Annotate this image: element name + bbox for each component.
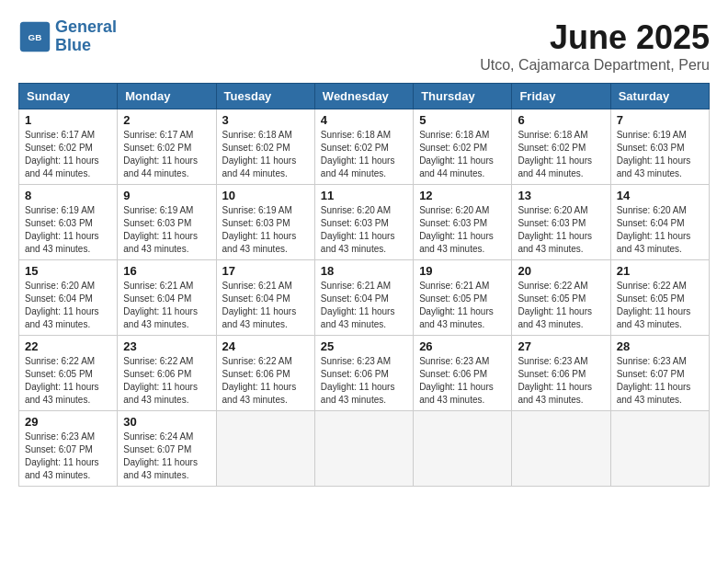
logo-general: General [55, 17, 117, 36]
col-saturday: Saturday [610, 84, 709, 109]
table-row: 1Sunrise: 6:17 AM Sunset: 6:02 PM Daylig… [19, 109, 118, 185]
day-number: 5 [419, 113, 506, 127]
col-tuesday: Tuesday [216, 84, 314, 109]
day-info: Sunrise: 6:22 AM Sunset: 6:06 PM Dayligh… [123, 355, 210, 407]
day-info: Sunrise: 6:20 AM Sunset: 6:03 PM Dayligh… [419, 204, 506, 256]
day-info: Sunrise: 6:22 AM Sunset: 6:05 PM Dayligh… [617, 280, 703, 331]
day-info: Sunrise: 6:23 AM Sunset: 6:07 PM Dayligh… [25, 431, 111, 482]
table-row: 12Sunrise: 6:20 AM Sunset: 6:03 PM Dayli… [414, 185, 512, 260]
day-info: Sunrise: 6:22 AM Sunset: 6:06 PM Dayligh… [222, 355, 309, 407]
calendar-header-row: Sunday Monday Tuesday Wednesday Thursday… [19, 84, 710, 109]
table-row: 28Sunrise: 6:23 AM Sunset: 6:07 PM Dayli… [610, 336, 709, 411]
table-row: 8Sunrise: 6:19 AM Sunset: 6:03 PM Daylig… [19, 185, 118, 260]
day-number: 20 [518, 264, 604, 278]
day-info: Sunrise: 6:23 AM Sunset: 6:07 PM Dayligh… [617, 355, 703, 407]
month-title: June 2025 [480, 18, 710, 57]
col-monday: Monday [118, 84, 216, 109]
day-number: 9 [123, 189, 210, 202]
day-info: Sunrise: 6:18 AM Sunset: 6:02 PM Dayligh… [419, 129, 506, 180]
day-number: 15 [25, 264, 111, 278]
table-row [512, 411, 610, 487]
table-row: 14Sunrise: 6:20 AM Sunset: 6:04 PM Dayli… [610, 185, 709, 260]
day-number: 23 [123, 339, 210, 353]
table-row: 6Sunrise: 6:18 AM Sunset: 6:02 PM Daylig… [512, 109, 610, 185]
day-number: 6 [518, 113, 604, 127]
logo-blue: Blue [55, 36, 91, 54]
day-number: 21 [617, 264, 703, 278]
day-number: 8 [25, 189, 111, 202]
table-row: 3Sunrise: 6:18 AM Sunset: 6:02 PM Daylig… [216, 109, 314, 185]
day-info: Sunrise: 6:21 AM Sunset: 6:04 PM Dayligh… [222, 280, 309, 331]
col-wednesday: Wednesday [314, 84, 413, 109]
logo-icon: GB [18, 20, 51, 53]
calendar-table: Sunday Monday Tuesday Wednesday Thursday… [18, 83, 710, 487]
table-row [314, 411, 413, 487]
table-row: 30Sunrise: 6:24 AM Sunset: 6:07 PM Dayli… [118, 411, 216, 487]
day-number: 14 [617, 189, 703, 202]
day-number: 11 [321, 189, 407, 202]
table-row: 27Sunrise: 6:23 AM Sunset: 6:06 PM Dayli… [512, 336, 610, 411]
day-info: Sunrise: 6:23 AM Sunset: 6:06 PM Dayligh… [518, 355, 604, 407]
day-info: Sunrise: 6:20 AM Sunset: 6:04 PM Dayligh… [617, 204, 703, 256]
table-row: 25Sunrise: 6:23 AM Sunset: 6:06 PM Dayli… [314, 336, 413, 411]
day-info: Sunrise: 6:21 AM Sunset: 6:05 PM Dayligh… [419, 280, 506, 331]
table-row [414, 411, 512, 487]
table-row: 23Sunrise: 6:22 AM Sunset: 6:06 PM Dayli… [118, 336, 216, 411]
table-row: 24Sunrise: 6:22 AM Sunset: 6:06 PM Dayli… [216, 336, 314, 411]
day-info: Sunrise: 6:18 AM Sunset: 6:02 PM Dayligh… [518, 129, 604, 180]
day-info: Sunrise: 6:18 AM Sunset: 6:02 PM Dayligh… [321, 129, 407, 180]
table-row: 5Sunrise: 6:18 AM Sunset: 6:02 PM Daylig… [414, 109, 512, 185]
table-row: 4Sunrise: 6:18 AM Sunset: 6:02 PM Daylig… [314, 109, 413, 185]
col-friday: Friday [512, 84, 610, 109]
day-number: 7 [617, 113, 703, 127]
table-row [216, 411, 314, 487]
table-row: 21Sunrise: 6:22 AM Sunset: 6:05 PM Dayli… [610, 260, 709, 336]
day-info: Sunrise: 6:22 AM Sunset: 6:05 PM Dayligh… [25, 355, 111, 407]
table-row: 13Sunrise: 6:20 AM Sunset: 6:03 PM Dayli… [512, 185, 610, 260]
day-number: 18 [321, 264, 407, 278]
day-number: 29 [25, 415, 111, 429]
day-info: Sunrise: 6:19 AM Sunset: 6:03 PM Dayligh… [617, 129, 703, 180]
col-sunday: Sunday [19, 84, 118, 109]
table-row: 19Sunrise: 6:21 AM Sunset: 6:05 PM Dayli… [414, 260, 512, 336]
day-info: Sunrise: 6:17 AM Sunset: 6:02 PM Dayligh… [25, 129, 111, 180]
day-info: Sunrise: 6:20 AM Sunset: 6:03 PM Dayligh… [321, 204, 407, 256]
day-info: Sunrise: 6:23 AM Sunset: 6:06 PM Dayligh… [419, 355, 506, 407]
table-row [610, 411, 709, 487]
day-info: Sunrise: 6:24 AM Sunset: 6:07 PM Dayligh… [123, 431, 210, 482]
day-number: 12 [419, 189, 506, 202]
day-number: 27 [518, 339, 604, 353]
table-row: 29Sunrise: 6:23 AM Sunset: 6:07 PM Dayli… [19, 411, 118, 487]
day-info: Sunrise: 6:20 AM Sunset: 6:03 PM Dayligh… [518, 204, 604, 256]
svg-text:GB: GB [28, 31, 42, 41]
col-thursday: Thursday [414, 84, 512, 109]
day-number: 1 [25, 113, 111, 127]
day-info: Sunrise: 6:23 AM Sunset: 6:06 PM Dayligh… [321, 355, 407, 407]
day-number: 4 [321, 113, 407, 127]
day-number: 25 [321, 339, 407, 353]
table-row: 20Sunrise: 6:22 AM Sunset: 6:05 PM Dayli… [512, 260, 610, 336]
day-number: 26 [419, 339, 506, 353]
day-number: 30 [123, 415, 210, 429]
day-number: 17 [222, 264, 309, 278]
table-row: 18Sunrise: 6:21 AM Sunset: 6:04 PM Dayli… [314, 260, 413, 336]
table-row: 11Sunrise: 6:20 AM Sunset: 6:03 PM Dayli… [314, 185, 413, 260]
day-info: Sunrise: 6:21 AM Sunset: 6:04 PM Dayligh… [123, 280, 210, 331]
day-info: Sunrise: 6:19 AM Sunset: 6:03 PM Dayligh… [123, 204, 210, 256]
location-title: Utco, Cajamarca Department, Peru [480, 57, 710, 74]
day-number: 16 [123, 264, 210, 278]
day-number: 2 [123, 113, 210, 127]
title-section: June 2025 Utco, Cajamarca Department, Pe… [480, 18, 710, 74]
table-row: 16Sunrise: 6:21 AM Sunset: 6:04 PM Dayli… [118, 260, 216, 336]
table-row: 9Sunrise: 6:19 AM Sunset: 6:03 PM Daylig… [118, 185, 216, 260]
day-number: 22 [25, 339, 111, 353]
table-row: 7Sunrise: 6:19 AM Sunset: 6:03 PM Daylig… [610, 109, 709, 185]
day-number: 10 [222, 189, 309, 202]
day-info: Sunrise: 6:22 AM Sunset: 6:05 PM Dayligh… [518, 280, 604, 331]
day-number: 3 [222, 113, 309, 127]
day-number: 19 [419, 264, 506, 278]
day-info: Sunrise: 6:20 AM Sunset: 6:04 PM Dayligh… [25, 280, 111, 331]
day-info: Sunrise: 6:17 AM Sunset: 6:02 PM Dayligh… [123, 129, 210, 180]
page-header: GB General Blue June 2025 Utco, Cajamarc… [18, 18, 710, 74]
table-row: 2Sunrise: 6:17 AM Sunset: 6:02 PM Daylig… [118, 109, 216, 185]
